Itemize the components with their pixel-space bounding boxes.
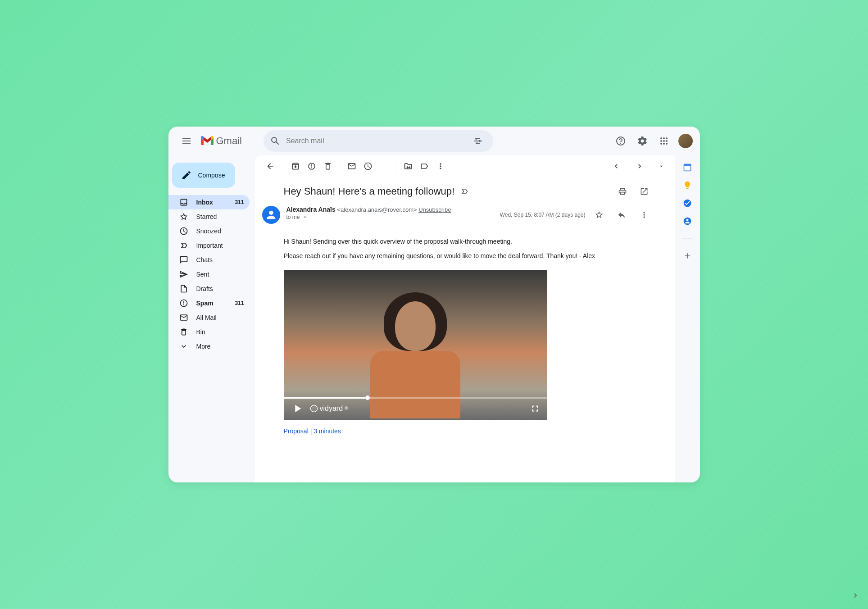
more-vert-icon xyxy=(436,162,445,171)
older-button[interactable] xyxy=(632,158,648,174)
labels-button[interactable] xyxy=(416,158,432,174)
archive-icon xyxy=(291,162,300,171)
video-thumbnail[interactable]: vidyard® xyxy=(284,270,547,420)
sender-info: Alexandra Anaïs <alexandra.anais@rover.c… xyxy=(286,206,494,220)
vidyard-text: vidyard xyxy=(320,403,343,414)
main-menu-button[interactable] xyxy=(176,130,197,152)
video-link[interactable]: Proposal | 3 minutes xyxy=(284,426,341,436)
nav-label: Spam xyxy=(196,300,214,307)
video-progress-bar[interactable] xyxy=(284,397,547,399)
body-paragraph: Hi Shaun! Sending over this quick overvi… xyxy=(284,236,653,246)
sidebar-item-drafts[interactable]: Drafts xyxy=(168,282,250,296)
search-bar[interactable] xyxy=(264,130,493,152)
print-icon xyxy=(618,187,627,196)
svg-point-0 xyxy=(475,138,477,140)
unsubscribe-link[interactable]: Unsubscribe xyxy=(418,206,451,213)
nav-label: All Mail xyxy=(196,314,217,321)
gmail-window: Gmail Compose Inbox311StarredSnoozedImpo… xyxy=(168,127,700,482)
to-me-text: to me xyxy=(286,214,300,220)
delete-button[interactable] xyxy=(320,158,336,174)
gear-icon xyxy=(637,136,648,146)
sidebar-item-spam[interactable]: Spam311 xyxy=(168,296,250,310)
svg-point-5 xyxy=(314,407,315,408)
important-label-icon xyxy=(460,187,469,196)
mail-icon xyxy=(347,162,356,171)
open-new-window-button[interactable] xyxy=(635,182,653,200)
apps-button[interactable] xyxy=(655,132,673,150)
support-button[interactable] xyxy=(612,132,630,150)
sidebar: Compose Inbox311StarredSnoozedImportantC… xyxy=(168,155,255,482)
reply-icon xyxy=(617,210,626,219)
message-more-button[interactable] xyxy=(635,206,653,224)
snooze-button[interactable] xyxy=(360,158,376,174)
sender-email: <alexandra.anais@rover.com> xyxy=(337,206,417,213)
contacts-app-button[interactable] xyxy=(683,217,692,226)
body-paragraph: Please reach out if you have any remaini… xyxy=(284,251,653,261)
add-app-button[interactable] xyxy=(683,251,692,260)
sidebar-item-inbox[interactable]: Inbox311 xyxy=(168,195,250,209)
sender-avatar[interactable] xyxy=(262,206,280,224)
clock-icon xyxy=(364,162,373,171)
email-body: Hi Shaun! Sending over this quick overvi… xyxy=(255,227,675,454)
sidebar-item-starred[interactable]: Starred xyxy=(168,209,250,224)
account-avatar[interactable] xyxy=(678,134,693,148)
sidebar-item-snoozed[interactable]: Snoozed xyxy=(168,224,250,238)
calendar-app-button[interactable] xyxy=(683,163,692,172)
video-person-graphic xyxy=(370,292,460,409)
print-button[interactable] xyxy=(614,182,632,200)
recipient-line[interactable]: to me xyxy=(286,214,494,220)
calendar-icon xyxy=(683,163,692,172)
report-spam-button[interactable] xyxy=(304,158,320,174)
star-message-button[interactable] xyxy=(590,206,608,224)
sidebar-item-bin[interactable]: Bin xyxy=(168,325,250,339)
reply-button[interactable] xyxy=(613,206,631,224)
input-tools-button[interactable] xyxy=(655,158,668,174)
play-button[interactable] xyxy=(291,402,304,415)
app-body: Compose Inbox311StarredSnoozedImportantC… xyxy=(168,155,700,482)
message-actions: Wed, Sep 15, 8:07 AM (2 days ago) xyxy=(500,206,653,224)
tasks-app-button[interactable] xyxy=(683,199,692,208)
message-meta: Alexandra Anaïs <alexandra.anais@rover.c… xyxy=(255,202,675,227)
compose-button[interactable]: Compose xyxy=(172,163,235,188)
fullscreen-icon xyxy=(530,404,540,414)
side-panel xyxy=(675,155,700,482)
nav-label: Snoozed xyxy=(196,227,221,235)
sidebar-item-chats[interactable]: Chats xyxy=(168,253,250,267)
mark-unread-button[interactable] xyxy=(344,158,360,174)
more-button[interactable] xyxy=(432,158,449,174)
add-task-button[interactable] xyxy=(376,158,392,174)
gmail-logo[interactable]: Gmail xyxy=(201,135,242,147)
toolbar-divider xyxy=(396,162,396,171)
bin-icon xyxy=(179,327,188,336)
back-button[interactable] xyxy=(262,158,278,174)
sidebar-item-all-mail[interactable]: All Mail xyxy=(168,310,250,325)
move-to-button[interactable] xyxy=(400,158,416,174)
archive-button[interactable] xyxy=(287,158,304,174)
settings-button[interactable] xyxy=(633,132,651,150)
nav-count: 311 xyxy=(235,300,244,306)
app-header: Gmail xyxy=(168,127,700,155)
sender-name: Alexandra Anaïs xyxy=(286,206,336,213)
more-icon xyxy=(179,342,188,351)
keep-app-button[interactable] xyxy=(683,181,692,190)
sent-icon xyxy=(179,270,188,279)
svg-point-2 xyxy=(476,142,478,144)
fullscreen-button[interactable] xyxy=(530,404,540,414)
spam-icon xyxy=(179,299,188,308)
search-options-button[interactable] xyxy=(469,132,487,150)
star-outline-icon xyxy=(595,210,604,219)
nav-label: Inbox xyxy=(196,199,213,206)
sidebar-item-more[interactable]: More xyxy=(168,339,250,354)
search-input[interactable] xyxy=(286,137,464,145)
sidebar-item-sent[interactable]: Sent xyxy=(168,267,250,282)
email-toolbar xyxy=(255,155,675,177)
help-icon xyxy=(615,136,626,146)
important-marker[interactable] xyxy=(460,187,469,196)
important-icon xyxy=(179,241,188,250)
newer-button[interactable] xyxy=(608,158,624,174)
email-header: Hey Shaun! Here's a meeting followup! xyxy=(255,177,675,202)
vidyard-icon xyxy=(310,404,318,413)
chat-icon xyxy=(179,255,188,264)
sidebar-item-important[interactable]: Important xyxy=(168,238,250,253)
plus-icon xyxy=(683,251,692,260)
